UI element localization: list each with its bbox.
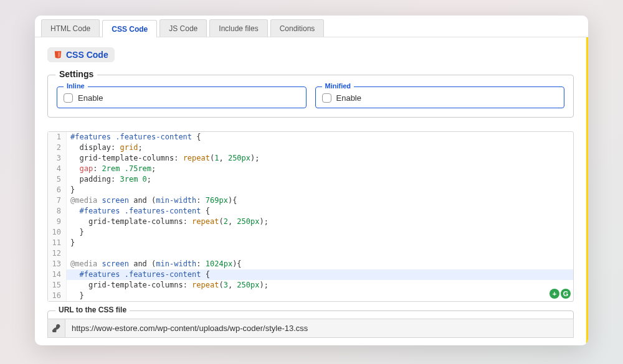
line-number: 8 bbox=[48, 206, 67, 217]
line-number: 3 bbox=[48, 153, 67, 164]
url-fieldset: URL to the CSS file https://wow-estore.c… bbox=[47, 310, 574, 338]
inline-checkbox[interactable] bbox=[64, 93, 73, 103]
line-number: 7 bbox=[48, 195, 67, 206]
minified-legend: Minified bbox=[322, 82, 354, 90]
tab-include-files[interactable]: Include files bbox=[209, 19, 267, 37]
code-content[interactable]: #features .features-content { bbox=[67, 132, 201, 142]
code-line[interactable]: 4 gap: 2rem .75rem; bbox=[48, 164, 573, 174]
code-content[interactable]: } bbox=[67, 291, 84, 301]
line-number: 13 bbox=[48, 259, 67, 269]
code-content[interactable]: @media screen and (min-width: 1024px){ bbox=[67, 259, 242, 269]
line-number: 14 bbox=[48, 269, 67, 280]
inline-checkbox-label: Enable bbox=[78, 93, 103, 103]
code-line[interactable]: 10 } bbox=[48, 227, 573, 238]
tab-js-code[interactable]: JS Code bbox=[159, 19, 207, 37]
code-content[interactable]: grid-template-columns: repeat(2, 250px); bbox=[67, 217, 269, 227]
code-content[interactable]: @media screen and (min-width: 769px){ bbox=[67, 195, 237, 206]
code-content[interactable]: grid-template-columns: repeat(3, 250px); bbox=[67, 280, 269, 291]
code-line[interactable]: 9 grid-template-columns: repeat(2, 250px… bbox=[48, 217, 573, 227]
tab-html-code[interactable]: HTML Code bbox=[41, 19, 100, 37]
code-line[interactable]: 7@media screen and (min-width: 769px){ bbox=[48, 195, 573, 206]
minified-checkbox[interactable] bbox=[322, 93, 331, 103]
line-number: 1 bbox=[48, 132, 67, 142]
url-legend: URL to the CSS file bbox=[55, 306, 130, 314]
code-content[interactable]: } bbox=[67, 238, 75, 248]
code-line[interactable]: 8 #features .features-content { bbox=[48, 206, 573, 217]
inline-legend: Inline bbox=[64, 82, 88, 90]
code-line[interactable]: 16 } bbox=[48, 291, 573, 301]
code-content[interactable]: padding: 3rem 0; bbox=[67, 174, 151, 185]
line-number: 15 bbox=[48, 280, 67, 291]
code-content[interactable]: } bbox=[67, 227, 84, 238]
code-content[interactable]: } bbox=[67, 185, 75, 195]
editor-actions: + G bbox=[549, 289, 571, 299]
code-content[interactable]: grid-template-columns: repeat(1, 250px); bbox=[67, 153, 259, 164]
code-line[interactable]: 1#features .features-content { bbox=[48, 132, 573, 142]
code-content[interactable] bbox=[67, 248, 70, 259]
code-content[interactable]: #features .features-content { bbox=[67, 206, 210, 217]
code-line[interactable]: 12 bbox=[48, 248, 573, 259]
inline-fieldset: Inline Enable bbox=[57, 86, 307, 108]
code-line[interactable]: 11} bbox=[48, 238, 573, 248]
link-icon bbox=[47, 319, 65, 338]
line-number: 10 bbox=[48, 227, 67, 238]
settings-fieldset: Settings Inline Enable Minified Enable bbox=[47, 75, 574, 118]
url-input[interactable]: https://wow-estore.com/wp-content/upload… bbox=[65, 319, 574, 338]
code-line[interactable]: 14 #features .features-content { bbox=[48, 269, 573, 280]
code-line[interactable]: 15 grid-template-columns: repeat(3, 250p… bbox=[48, 280, 573, 291]
line-number: 2 bbox=[48, 142, 67, 153]
settings-legend: Settings bbox=[55, 69, 97, 79]
html5-icon bbox=[54, 50, 62, 59]
section-title-badge: CSS Code bbox=[47, 47, 115, 62]
tab-css-code[interactable]: CSS Code bbox=[102, 20, 157, 37]
line-number: 11 bbox=[48, 238, 67, 248]
line-number: 9 bbox=[48, 217, 67, 227]
minified-checkbox-label: Enable bbox=[336, 93, 361, 103]
code-line[interactable]: 3 grid-template-columns: repeat(1, 250px… bbox=[48, 153, 573, 164]
action-button-2[interactable]: G bbox=[561, 289, 571, 299]
code-line[interactable]: 2 display: grid; bbox=[48, 142, 573, 153]
code-editor[interactable]: 1#features .features-content {2 display:… bbox=[47, 131, 574, 302]
line-number: 6 bbox=[48, 185, 67, 195]
line-number: 5 bbox=[48, 174, 67, 185]
tab-bar: HTML Code CSS Code JS Code Include files… bbox=[35, 16, 588, 37]
code-line[interactable]: 5 padding: 3rem 0; bbox=[48, 174, 573, 185]
code-content[interactable]: #features .features-content { bbox=[67, 269, 210, 280]
action-button-1[interactable]: + bbox=[549, 289, 559, 299]
code-line[interactable]: 13@media screen and (min-width: 1024px){ bbox=[48, 259, 573, 269]
minified-fieldset: Minified Enable bbox=[315, 86, 565, 108]
editor-window: HTML Code CSS Code JS Code Include files… bbox=[35, 16, 588, 345]
code-content[interactable]: gap: 2rem .75rem; bbox=[67, 164, 156, 174]
panel-body: CSS Code Settings Inline Enable Minified… bbox=[35, 37, 588, 345]
code-content[interactable]: display: grid; bbox=[67, 142, 143, 153]
code-line[interactable]: 6} bbox=[48, 185, 573, 195]
line-number: 12 bbox=[48, 248, 67, 259]
line-number: 4 bbox=[48, 164, 67, 174]
section-title-text: CSS Code bbox=[66, 50, 108, 60]
line-number: 16 bbox=[48, 291, 67, 301]
tab-conditions[interactable]: Conditions bbox=[270, 19, 325, 37]
